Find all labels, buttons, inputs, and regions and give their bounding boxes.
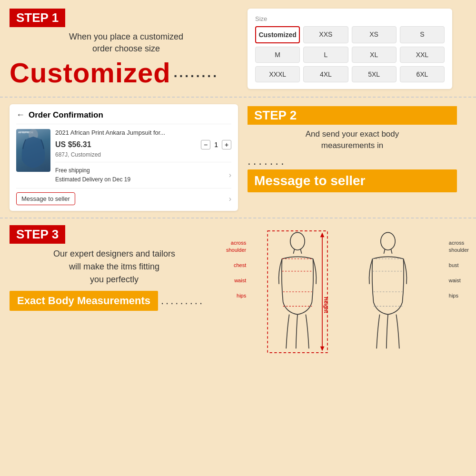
order-details: 2021 African Print Ankara Jumpsuit for..… bbox=[55, 129, 231, 184]
free-shipping-label: Free shipping bbox=[55, 166, 130, 175]
svg-marker-11 bbox=[320, 347, 325, 351]
chevron-right-icon2: › bbox=[229, 195, 231, 203]
svg-line-14 bbox=[384, 249, 385, 254]
figure2-svg bbox=[355, 230, 421, 354]
qty-plus-button[interactable]: + bbox=[222, 140, 231, 149]
order-price: US $56.31 bbox=[55, 140, 91, 149]
order-confirmation-title: Order Confirmation bbox=[29, 110, 103, 120]
customized-text: Customized bbox=[10, 58, 171, 88]
label-bust: bust bbox=[449, 262, 469, 268]
dots-after: ......... bbox=[161, 295, 204, 307]
svg-line-4 bbox=[301, 249, 302, 254]
message-seller-button[interactable]: Message to seller bbox=[16, 192, 75, 205]
size-btn-s[interactable]: S bbox=[400, 26, 445, 43]
size-btn-xxl[interactable]: XXL bbox=[400, 47, 445, 63]
exact-body-label: Exact Body Measurements bbox=[10, 291, 158, 311]
size-grid: Customized XXS XS S M L XL XXL XXXL 4XL … bbox=[255, 26, 445, 82]
section3-right: acrossshoulder chest waist hips bbox=[228, 225, 457, 356]
size-btn-xxs[interactable]: XXS bbox=[303, 26, 348, 43]
label-across-shoulder-left: acrossshoulder bbox=[226, 239, 246, 253]
step3-badge: STEP 3 bbox=[10, 225, 65, 244]
step2-badge: STEP 2 bbox=[248, 106, 457, 125]
step3-text: Our expert designers and tailorswill mak… bbox=[10, 248, 219, 286]
chevron-right-icon: › bbox=[229, 171, 231, 179]
label-hips-right: hips bbox=[449, 292, 469, 299]
order-product-title: 2021 African Print Ankara Jumpsuit for..… bbox=[55, 129, 231, 137]
product-image-bg: AFRIPRIDE bbox=[16, 129, 50, 172]
svg-point-2 bbox=[290, 233, 305, 250]
svg-text:Height: Height bbox=[323, 297, 329, 313]
body-diagram: acrossshoulder chest waist hips bbox=[228, 225, 457, 356]
size-btn-xs[interactable]: XS bbox=[352, 26, 397, 43]
size-btn-xl[interactable]: XL bbox=[352, 47, 397, 63]
size-btn-l[interactable]: L bbox=[303, 47, 348, 63]
order-card: ← Order Confirmation AFRIPRIDE bbox=[10, 104, 238, 211]
section2: ← Order Confirmation AFRIPRIDE bbox=[0, 98, 476, 218]
size-btn-xxxl[interactable]: XXXL bbox=[255, 66, 300, 82]
figure1-labels-left: acrossshoulder chest waist hips bbox=[226, 239, 246, 299]
order-content: AFRIPRIDE 2021 African Print Ankara Jump… bbox=[16, 129, 231, 184]
step1-subtitle: When you place a customizedorder choose … bbox=[14, 31, 238, 55]
dots-line: ........ bbox=[174, 66, 218, 80]
order-shipping-text: Free shipping Estimated Delivery on Dec … bbox=[55, 166, 130, 184]
delivery-date: Estimated Delivery on Dec 19 bbox=[55, 175, 130, 184]
label-across-shoulder-right: acrossshoulder bbox=[449, 239, 469, 253]
svg-point-13 bbox=[381, 233, 395, 250]
order-header: ← Order Confirmation bbox=[16, 110, 231, 124]
customized-big: Customized ........ bbox=[10, 58, 238, 88]
qty-value: 1 bbox=[214, 141, 218, 149]
dots-row2: ....... bbox=[248, 154, 457, 168]
svg-marker-10 bbox=[320, 233, 325, 238]
label-waist-left: waist bbox=[226, 277, 246, 284]
order-price-row: US $56.31 − 1 + bbox=[55, 140, 231, 149]
qty-minus-button[interactable]: − bbox=[201, 140, 210, 149]
figure1-wrap: acrossshoulder chest waist hips bbox=[264, 230, 340, 356]
order-product-image: AFRIPRIDE bbox=[16, 129, 50, 172]
label-waist-right: waist bbox=[449, 277, 469, 284]
figure1-svg: Height bbox=[264, 230, 331, 354]
label-hips-left: hips bbox=[226, 292, 246, 299]
size-btn-4xl[interactable]: 4XL bbox=[303, 66, 348, 82]
step2-text: And send your exact bodymeasurements in bbox=[248, 129, 457, 151]
section1: STEP 1 When you place a customizedorder … bbox=[0, 0, 476, 98]
order-variant: 687J, Customized bbox=[55, 151, 231, 158]
qty-control: − 1 + bbox=[201, 140, 231, 149]
size-btn-5xl[interactable]: 5XL bbox=[352, 66, 397, 82]
section3-left: STEP 3 Our expert designers and tailorsw… bbox=[10, 225, 219, 356]
message-seller-row: Message to seller › bbox=[16, 188, 231, 205]
svg-line-3 bbox=[293, 249, 294, 254]
size-btn-customized[interactable]: Customized bbox=[255, 26, 300, 43]
size-btn-m[interactable]: M bbox=[255, 47, 300, 63]
page-wrapper: STEP 1 When you place a customizedorder … bbox=[0, 0, 476, 476]
section1-left: STEP 1 When you place a customizedorder … bbox=[10, 9, 238, 89]
step1-badge: STEP 1 bbox=[10, 9, 65, 27]
size-label: Size bbox=[255, 15, 445, 22]
dots-text2: ....... bbox=[248, 154, 287, 168]
size-btn-6xl[interactable]: 6XL bbox=[400, 66, 445, 82]
label-chest: chest bbox=[226, 262, 246, 268]
back-arrow-icon[interactable]: ← bbox=[16, 110, 25, 120]
section1-right: Size Customized XXS XS S M L XL XXL XXXL… bbox=[248, 9, 452, 89]
figure2-labels-right: acrossshoulder bust waist hips bbox=[449, 239, 469, 299]
order-shipping: Free shipping Estimated Delivery on Dec … bbox=[55, 162, 231, 184]
svg-line-15 bbox=[391, 249, 392, 254]
svg-rect-1 bbox=[268, 231, 327, 353]
section2-right: STEP 2 And send your exact bodymeasureme… bbox=[248, 104, 457, 211]
size-box: Size Customized XXS XS S M L XL XXL XXXL… bbox=[248, 9, 452, 89]
figure2-wrap: acrossshoulder bust waist hips bbox=[355, 230, 431, 356]
message-to-seller-big: Message to seller bbox=[248, 169, 457, 192]
section3: STEP 3 Our expert designers and tailorsw… bbox=[0, 218, 476, 360]
exact-body-row: Exact Body Measurements ......... bbox=[10, 291, 219, 311]
